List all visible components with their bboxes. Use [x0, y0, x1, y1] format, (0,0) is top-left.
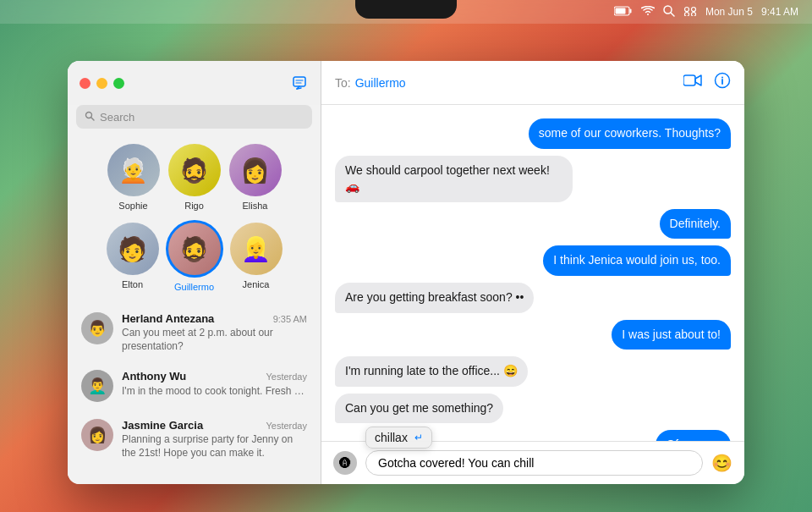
bubble-6: I was just about to! — [612, 320, 731, 350]
sidebar: Search 🧑‍🦳 Sophie — [68, 61, 321, 484]
svg-point-6 — [691, 7, 695, 11]
msg-content-herland: Herland Antezana 9:35 AM Can you meet at… — [122, 312, 307, 353]
svg-point-18 — [721, 77, 723, 79]
contact-sophie[interactable]: 🧑‍🦳 Sophie — [107, 144, 160, 211]
contact-name-sophie: Sophie — [118, 201, 147, 211]
search-icon — [85, 109, 95, 124]
msg-preview-anthony: I'm in the mood to cook tonight. Fresh p… — [122, 384, 307, 399]
avatar-herland: 👨 — [81, 312, 113, 344]
contact-jenica[interactable]: 👱‍♀️ Jenica — [230, 223, 283, 292]
info-button[interactable] — [714, 72, 731, 93]
messages-container: some of our coworkers. Thoughts? We shou… — [321, 105, 744, 441]
menubar-time: 9:41 AM — [761, 6, 798, 18]
messages-window: Search 🧑‍🦳 Sophie — [68, 61, 744, 484]
input-field-wrap: chillax ↵ — [365, 450, 703, 476]
bubble-8: Can you get me something? — [335, 394, 503, 424]
contact-name-guillermo: Guillermo — [174, 282, 214, 292]
bubble-4: I think Jenica would join us, too. — [543, 245, 731, 276]
bubble-9: Of course. — [656, 430, 731, 441]
msg-content-anthony: Anthony Wu Yesterday I'm in the mood to … — [122, 370, 307, 402]
chat-area: To: Guillermo — [321, 61, 744, 484]
message-8: Can you get me something? — [335, 394, 731, 424]
bubble-3: Definitely. — [660, 209, 731, 239]
msg-preview-herland: Can you meet at 2 p.m. about our present… — [122, 327, 307, 353]
spotlight-icon[interactable] — [663, 5, 675, 19]
compose-button[interactable] — [290, 74, 309, 92]
close-button[interactable] — [80, 78, 91, 89]
contact-guillermo[interactable]: 🧔 Guillermo — [166, 223, 223, 292]
message-6: I was just about to! — [335, 320, 731, 350]
contact-name-rigo: Rigo — [184, 201, 204, 211]
autocomplete-word: chillax — [375, 431, 408, 444]
battery-icon — [614, 6, 633, 19]
autocomplete-popup[interactable]: chillax ↵ — [365, 427, 432, 449]
svg-line-15 — [91, 118, 94, 120]
chat-input-area: 🅐 chillax ↵ 😊 — [321, 441, 744, 484]
chat-header: To: Guillermo — [321, 61, 744, 105]
message-2: We should carpool together next week! 🚗 — [335, 156, 731, 202]
traffic-lights — [80, 78, 124, 89]
message-input[interactable] — [365, 450, 703, 476]
message-5: Are you getting breakfast soon? •• — [335, 283, 731, 313]
message-7: I'm running late to the office... 😄 — [335, 356, 731, 387]
avatar-jasmine: 👩 — [81, 419, 113, 451]
contact-name-elton: Elton — [122, 279, 143, 289]
message-3: Definitely. — [335, 209, 731, 239]
menu-bar-right: Mon Jun 5 9:41 AM — [614, 5, 798, 19]
emoji-button[interactable]: 😊 — [711, 453, 732, 473]
bubble-1: some of our coworkers. Thoughts? — [529, 118, 731, 149]
bubble-7: I'm running late to the office... 😄 — [335, 356, 528, 387]
wifi-icon — [641, 6, 655, 19]
input-avatar: 🅐 — [333, 451, 357, 475]
chat-actions — [683, 72, 731, 93]
msg-preview-jasmine: Planning a surprise party for Jenny on t… — [122, 433, 307, 460]
minimize-button[interactable] — [96, 78, 107, 89]
svg-rect-9 — [294, 77, 305, 86]
avatar-anthony: 👨‍🦱 — [81, 370, 113, 402]
contact-name-elisha: Elisha — [243, 201, 268, 211]
svg-rect-16 — [683, 75, 695, 85]
camera-notch — [355, 0, 457, 19]
contact-rigo[interactable]: 🧔 Rigo — [168, 144, 221, 211]
contact-elton[interactable]: 🧑 Elton — [107, 223, 159, 292]
video-call-button[interactable] — [683, 74, 702, 91]
svg-line-11 — [297, 88, 301, 89]
message-4: I think Jenica would join us, too. — [335, 245, 731, 276]
conversation-anthony[interactable]: 👨‍🦱 Anthony Wu Yesterday I'm in the mood… — [71, 361, 317, 410]
conversation-list: 👨 Herland Antezana 9:35 AM Can you meet … — [68, 304, 321, 484]
contact-elisha[interactable]: 👩 Elisha — [229, 144, 282, 211]
search-bar[interactable]: Search — [76, 105, 312, 129]
svg-point-5 — [684, 7, 689, 11]
conversation-herland[interactable]: 👨 Herland Antezana 9:35 AM Can you meet … — [71, 304, 317, 361]
chat-recipient: Guillermo — [355, 76, 406, 90]
svg-rect-1 — [629, 8, 631, 13]
maximize-button[interactable] — [113, 78, 124, 89]
autocomplete-arrow: ↵ — [414, 432, 423, 443]
control-center-icon[interactable] — [683, 6, 697, 19]
bubble-2: We should carpool together next week! 🚗 — [335, 156, 573, 202]
message-1: some of our coworkers. Thoughts? — [335, 118, 731, 149]
bubble-5: Are you getting breakfast soon? •• — [335, 283, 534, 313]
contact-name-jenica: Jenica — [243, 279, 270, 289]
svg-point-8 — [691, 12, 695, 16]
conversation-jasmine[interactable]: 👩 Jasmine Garcia Yesterday Planning a su… — [71, 410, 317, 468]
pinned-contacts: 🧑‍🦳 Sophie 🧔 Rigo — [68, 137, 321, 304]
search-placeholder: Search — [100, 111, 304, 124]
sidebar-header — [68, 61, 321, 105]
msg-content-jasmine: Jasmine Garcia Yesterday Planning a surp… — [122, 419, 307, 460]
menubar-datetime: Mon Jun 5 — [705, 6, 753, 18]
chat-to-label: To: — [335, 76, 351, 90]
svg-point-7 — [684, 12, 689, 16]
svg-rect-2 — [615, 8, 625, 14]
svg-line-4 — [671, 13, 674, 16]
